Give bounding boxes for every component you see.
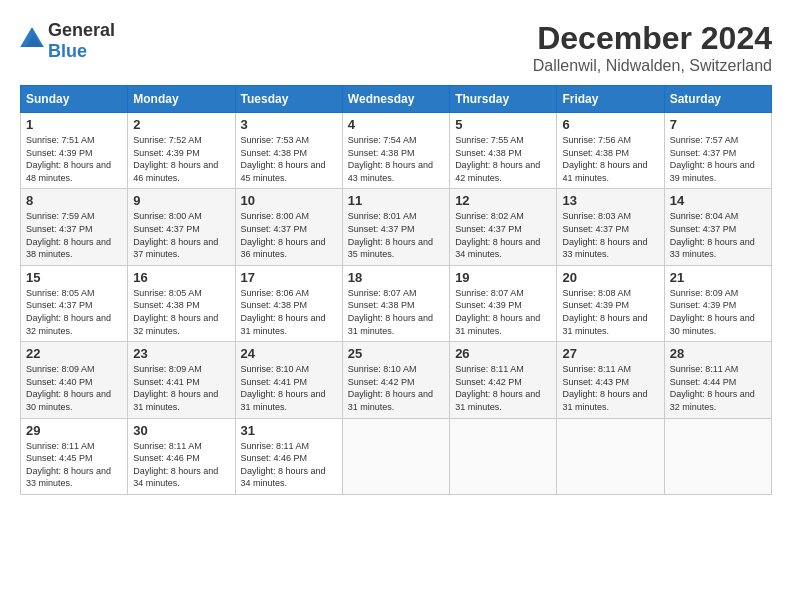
- day-number: 31: [241, 423, 337, 438]
- day-number: 4: [348, 117, 444, 132]
- day-info: Sunrise: 8:09 AM Sunset: 4:39 PM Dayligh…: [670, 287, 766, 337]
- calendar-cell: 22Sunrise: 8:09 AM Sunset: 4:40 PM Dayli…: [21, 342, 128, 418]
- day-info: Sunrise: 8:11 AM Sunset: 4:46 PM Dayligh…: [133, 440, 229, 490]
- day-info: Sunrise: 8:06 AM Sunset: 4:38 PM Dayligh…: [241, 287, 337, 337]
- calendar-cell: 31Sunrise: 8:11 AM Sunset: 4:46 PM Dayli…: [235, 418, 342, 494]
- calendar-cell: 8Sunrise: 7:59 AM Sunset: 4:37 PM Daylig…: [21, 189, 128, 265]
- day-number: 14: [670, 193, 766, 208]
- day-number: 28: [670, 346, 766, 361]
- day-info: Sunrise: 8:11 AM Sunset: 4:43 PM Dayligh…: [562, 363, 658, 413]
- day-info: Sunrise: 8:11 AM Sunset: 4:42 PM Dayligh…: [455, 363, 551, 413]
- day-info: Sunrise: 8:11 AM Sunset: 4:44 PM Dayligh…: [670, 363, 766, 413]
- day-number: 3: [241, 117, 337, 132]
- calendar-cell: 9Sunrise: 8:00 AM Sunset: 4:37 PM Daylig…: [128, 189, 235, 265]
- weekday-header: Thursday: [450, 86, 557, 113]
- day-info: Sunrise: 8:07 AM Sunset: 4:39 PM Dayligh…: [455, 287, 551, 337]
- day-number: 19: [455, 270, 551, 285]
- day-info: Sunrise: 8:02 AM Sunset: 4:37 PM Dayligh…: [455, 210, 551, 260]
- day-number: 17: [241, 270, 337, 285]
- calendar-cell: 15Sunrise: 8:05 AM Sunset: 4:37 PM Dayli…: [21, 265, 128, 341]
- calendar-cell: 1Sunrise: 7:51 AM Sunset: 4:39 PM Daylig…: [21, 113, 128, 189]
- day-number: 25: [348, 346, 444, 361]
- calendar-cell: 6Sunrise: 7:56 AM Sunset: 4:38 PM Daylig…: [557, 113, 664, 189]
- day-info: Sunrise: 8:09 AM Sunset: 4:41 PM Dayligh…: [133, 363, 229, 413]
- day-info: Sunrise: 8:10 AM Sunset: 4:42 PM Dayligh…: [348, 363, 444, 413]
- calendar-cell: 27Sunrise: 8:11 AM Sunset: 4:43 PM Dayli…: [557, 342, 664, 418]
- calendar-cell: 2Sunrise: 7:52 AM Sunset: 4:39 PM Daylig…: [128, 113, 235, 189]
- day-number: 29: [26, 423, 122, 438]
- day-info: Sunrise: 8:05 AM Sunset: 4:38 PM Dayligh…: [133, 287, 229, 337]
- day-info: Sunrise: 8:00 AM Sunset: 4:37 PM Dayligh…: [133, 210, 229, 260]
- location-title: Dallenwil, Nidwalden, Switzerland: [533, 57, 772, 75]
- day-info: Sunrise: 8:09 AM Sunset: 4:40 PM Dayligh…: [26, 363, 122, 413]
- calendar-cell: 18Sunrise: 8:07 AM Sunset: 4:38 PM Dayli…: [342, 265, 449, 341]
- day-info: Sunrise: 7:55 AM Sunset: 4:38 PM Dayligh…: [455, 134, 551, 184]
- weekday-header: Friday: [557, 86, 664, 113]
- weekday-header: Sunday: [21, 86, 128, 113]
- day-number: 21: [670, 270, 766, 285]
- calendar-cell: 25Sunrise: 8:10 AM Sunset: 4:42 PM Dayli…: [342, 342, 449, 418]
- day-number: 6: [562, 117, 658, 132]
- calendar-cell: 30Sunrise: 8:11 AM Sunset: 4:46 PM Dayli…: [128, 418, 235, 494]
- calendar-cell: 5Sunrise: 7:55 AM Sunset: 4:38 PM Daylig…: [450, 113, 557, 189]
- weekday-header: Tuesday: [235, 86, 342, 113]
- calendar-table: SundayMondayTuesdayWednesdayThursdayFrid…: [20, 85, 772, 495]
- calendar-cell: 10Sunrise: 8:00 AM Sunset: 4:37 PM Dayli…: [235, 189, 342, 265]
- calendar-cell: 23Sunrise: 8:09 AM Sunset: 4:41 PM Dayli…: [128, 342, 235, 418]
- calendar-cell: 24Sunrise: 8:10 AM Sunset: 4:41 PM Dayli…: [235, 342, 342, 418]
- day-info: Sunrise: 8:10 AM Sunset: 4:41 PM Dayligh…: [241, 363, 337, 413]
- day-number: 22: [26, 346, 122, 361]
- logo-general-text: General: [48, 20, 115, 40]
- calendar-cell: 13Sunrise: 8:03 AM Sunset: 4:37 PM Dayli…: [557, 189, 664, 265]
- title-section: December 2024 Dallenwil, Nidwalden, Swit…: [533, 20, 772, 75]
- weekday-header: Wednesday: [342, 86, 449, 113]
- day-info: Sunrise: 8:08 AM Sunset: 4:39 PM Dayligh…: [562, 287, 658, 337]
- day-number: 15: [26, 270, 122, 285]
- calendar-cell: [450, 418, 557, 494]
- calendar-cell: [557, 418, 664, 494]
- day-info: Sunrise: 7:57 AM Sunset: 4:37 PM Dayligh…: [670, 134, 766, 184]
- logo: General Blue: [20, 20, 115, 62]
- day-info: Sunrise: 7:51 AM Sunset: 4:39 PM Dayligh…: [26, 134, 122, 184]
- day-number: 8: [26, 193, 122, 208]
- calendar-cell: 26Sunrise: 8:11 AM Sunset: 4:42 PM Dayli…: [450, 342, 557, 418]
- day-info: Sunrise: 7:52 AM Sunset: 4:39 PM Dayligh…: [133, 134, 229, 184]
- day-info: Sunrise: 8:03 AM Sunset: 4:37 PM Dayligh…: [562, 210, 658, 260]
- day-info: Sunrise: 7:59 AM Sunset: 4:37 PM Dayligh…: [26, 210, 122, 260]
- calendar-cell: 20Sunrise: 8:08 AM Sunset: 4:39 PM Dayli…: [557, 265, 664, 341]
- calendar-cell: 14Sunrise: 8:04 AM Sunset: 4:37 PM Dayli…: [664, 189, 771, 265]
- page-header: General Blue December 2024 Dallenwil, Ni…: [20, 20, 772, 75]
- day-number: 10: [241, 193, 337, 208]
- day-number: 18: [348, 270, 444, 285]
- calendar-cell: 16Sunrise: 8:05 AM Sunset: 4:38 PM Dayli…: [128, 265, 235, 341]
- day-number: 30: [133, 423, 229, 438]
- day-info: Sunrise: 8:00 AM Sunset: 4:37 PM Dayligh…: [241, 210, 337, 260]
- day-info: Sunrise: 8:07 AM Sunset: 4:38 PM Dayligh…: [348, 287, 444, 337]
- calendar-cell: [664, 418, 771, 494]
- day-number: 5: [455, 117, 551, 132]
- calendar-cell: 7Sunrise: 7:57 AM Sunset: 4:37 PM Daylig…: [664, 113, 771, 189]
- calendar-cell: 12Sunrise: 8:02 AM Sunset: 4:37 PM Dayli…: [450, 189, 557, 265]
- day-number: 12: [455, 193, 551, 208]
- day-number: 13: [562, 193, 658, 208]
- day-info: Sunrise: 7:54 AM Sunset: 4:38 PM Dayligh…: [348, 134, 444, 184]
- day-info: Sunrise: 7:56 AM Sunset: 4:38 PM Dayligh…: [562, 134, 658, 184]
- day-number: 1: [26, 117, 122, 132]
- day-number: 16: [133, 270, 229, 285]
- month-title: December 2024: [533, 20, 772, 57]
- day-info: Sunrise: 8:01 AM Sunset: 4:37 PM Dayligh…: [348, 210, 444, 260]
- day-number: 26: [455, 346, 551, 361]
- calendar-cell: 17Sunrise: 8:06 AM Sunset: 4:38 PM Dayli…: [235, 265, 342, 341]
- day-number: 20: [562, 270, 658, 285]
- day-info: Sunrise: 7:53 AM Sunset: 4:38 PM Dayligh…: [241, 134, 337, 184]
- day-number: 23: [133, 346, 229, 361]
- day-number: 7: [670, 117, 766, 132]
- calendar-cell: 3Sunrise: 7:53 AM Sunset: 4:38 PM Daylig…: [235, 113, 342, 189]
- day-number: 9: [133, 193, 229, 208]
- calendar-cell: 4Sunrise: 7:54 AM Sunset: 4:38 PM Daylig…: [342, 113, 449, 189]
- calendar-cell: 19Sunrise: 8:07 AM Sunset: 4:39 PM Dayli…: [450, 265, 557, 341]
- calendar-cell: 29Sunrise: 8:11 AM Sunset: 4:45 PM Dayli…: [21, 418, 128, 494]
- calendar-cell: 11Sunrise: 8:01 AM Sunset: 4:37 PM Dayli…: [342, 189, 449, 265]
- calendar-cell: 28Sunrise: 8:11 AM Sunset: 4:44 PM Dayli…: [664, 342, 771, 418]
- logo-blue-text: Blue: [48, 41, 87, 61]
